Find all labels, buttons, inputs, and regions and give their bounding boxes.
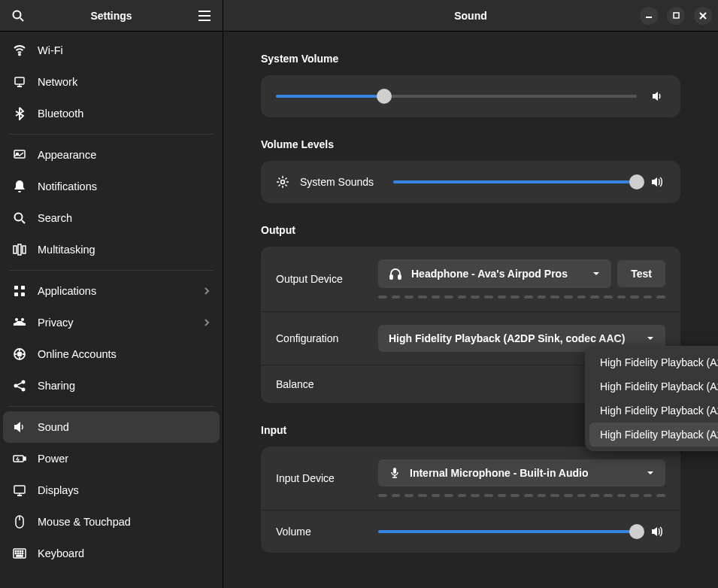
menu-button[interactable] — [195, 7, 214, 25]
sidebar-item-online-accounts[interactable]: Online Accounts — [3, 338, 220, 370]
sidebar-item-search[interactable]: Search — [3, 202, 220, 234]
volume-icon[interactable] — [649, 88, 665, 105]
bell-icon — [12, 179, 27, 194]
bluetooth-icon — [12, 106, 27, 121]
svg-rect-7 — [17, 86, 22, 87]
sidebar: Settings Wi-FiNetworkBluetoothAppearance… — [0, 0, 223, 588]
svg-point-42 — [17, 553, 18, 553]
gear-icon — [276, 175, 289, 189]
configuration-label: Configuration — [276, 332, 366, 344]
svg-line-1 — [20, 18, 23, 21]
output-device-label: Output Device — [276, 273, 366, 285]
sidebar-item-label: Notifications — [38, 180, 211, 192]
svg-point-38 — [17, 550, 18, 551]
configuration-dropdown: High Fidelity Playback (A2DP Sink)High F… — [585, 346, 718, 451]
dropdown-item[interactable]: High Fidelity Playback (A2DP Sink) — [589, 350, 718, 374]
close-button[interactable] — [694, 7, 712, 25]
system-volume-card — [261, 75, 680, 117]
sidebar-item-label: Multitasking — [38, 244, 211, 256]
maximize-button[interactable] — [667, 7, 685, 25]
main-header: Sound — [223, 0, 718, 32]
svg-point-44 — [22, 553, 23, 553]
sidebar-item-label: Search — [38, 212, 211, 224]
configuration-value: High Fidelity Playback (A2DP Sink, codec… — [389, 332, 625, 344]
search-button[interactable] — [9, 7, 27, 25]
share-icon — [12, 378, 27, 393]
chevron-down-icon — [592, 269, 601, 278]
sidebar-item-notifications[interactable]: Notifications — [3, 171, 220, 202]
sidebar-item-label: Bluetooth — [38, 108, 211, 120]
svg-rect-51 — [390, 275, 392, 279]
test-button[interactable]: Test — [617, 260, 665, 287]
chevron-right-icon — [203, 286, 211, 296]
svg-rect-30 — [24, 457, 26, 460]
sidebar-item-label: Applications — [38, 285, 192, 297]
input-device-value: Internal Microphone - Built-in Audio — [410, 467, 588, 479]
keyboard-icon — [12, 546, 27, 561]
sidebar-item-keyboard[interactable]: Keyboard — [3, 538, 220, 569]
svg-point-23 — [18, 353, 22, 356]
chevron-down-icon — [646, 334, 655, 343]
dropdown-item[interactable]: High Fidelity Playback (A2DP Sink, codec… — [589, 374, 718, 399]
sidebar-item-appearance[interactable]: Appearance — [3, 139, 220, 171]
balance-label: Balance — [276, 378, 366, 390]
headphones-icon — [389, 267, 402, 280]
sidebar-item-label: Privacy — [38, 317, 192, 329]
sidebar-title: Settings — [27, 10, 195, 22]
svg-point-39 — [20, 550, 20, 551]
svg-point-43 — [20, 553, 20, 553]
sidebar-separator — [9, 134, 214, 135]
system-sounds-slider[interactable] — [393, 180, 637, 183]
microphone-icon — [389, 467, 401, 479]
sidebar-item-multitasking[interactable]: Multitasking — [3, 234, 220, 265]
sidebar-item-sound[interactable]: Sound — [3, 411, 220, 443]
volume-levels-title: Volume Levels — [261, 138, 680, 150]
content-scroll[interactable]: System Volume Volume Levels Sys — [223, 32, 718, 588]
svg-rect-13 — [14, 246, 17, 253]
sidebar-separator — [9, 406, 214, 407]
sidebar-item-power[interactable]: Power — [3, 443, 220, 474]
sidebar-item-mouse-touchpad[interactable]: Mouse & Touchpad — [3, 506, 220, 538]
dropdown-item[interactable]: High Fidelity Playback (A2DP Sink, codec… — [589, 399, 718, 423]
sidebar-item-network[interactable]: Network — [3, 66, 220, 98]
sound-icon — [12, 420, 27, 435]
output-device-value: Headphone - Ava's Airpod Pros — [411, 268, 568, 280]
displays-icon — [12, 483, 27, 498]
multitask-icon — [12, 242, 27, 257]
output-device-select[interactable]: Headphone - Ava's Airpod Pros — [378, 259, 611, 288]
system-volume-title: System Volume — [261, 53, 680, 65]
minimize-button[interactable] — [640, 7, 658, 25]
svg-point-20 — [15, 318, 18, 321]
page-title: Sound — [454, 10, 487, 22]
sidebar-item-label: Sound — [38, 421, 211, 433]
sidebar-header: Settings — [0, 0, 223, 32]
output-level-meter — [378, 296, 665, 299]
volume-high-icon[interactable] — [649, 523, 665, 540]
sidebar-item-wi-fi[interactable]: Wi-Fi — [3, 35, 220, 66]
sidebar-item-label: Online Accounts — [38, 348, 211, 360]
svg-point-11 — [15, 214, 23, 221]
svg-line-28 — [17, 386, 22, 389]
input-device-select[interactable]: Internal Microphone - Built-in Audio — [378, 459, 665, 486]
network-icon — [12, 74, 27, 89]
svg-point-40 — [22, 550, 23, 551]
volume-levels-card: System Sounds — [261, 161, 680, 203]
sidebar-item-label: Power — [38, 453, 211, 465]
input-card: Input Device Internal Microphone - Built… — [261, 447, 680, 553]
sidebar-item-label: Displays — [38, 484, 211, 496]
main-panel: Sound System Volume — [223, 0, 718, 588]
sidebar-item-displays[interactable]: Displays — [3, 474, 220, 506]
dropdown-item[interactable]: High Fidelity Playback (A2DP Sink, codec… — [589, 423, 718, 447]
svg-point-5 — [19, 54, 20, 56]
svg-point-26 — [22, 388, 26, 392]
volume-high-icon[interactable] — [649, 174, 665, 190]
sidebar-item-bluetooth[interactable]: Bluetooth — [3, 98, 220, 129]
sidebar-item-applications[interactable]: Applications — [3, 275, 220, 307]
sidebar-item-sharing[interactable]: Sharing — [3, 370, 220, 402]
sidebar-item-privacy[interactable]: Privacy — [3, 307, 220, 338]
input-volume-slider[interactable] — [378, 530, 637, 533]
system-volume-slider[interactable] — [276, 95, 637, 98]
sidebar-item-label: Mouse & Touchpad — [38, 516, 211, 528]
output-title: Output — [261, 224, 680, 236]
svg-line-27 — [17, 383, 22, 385]
